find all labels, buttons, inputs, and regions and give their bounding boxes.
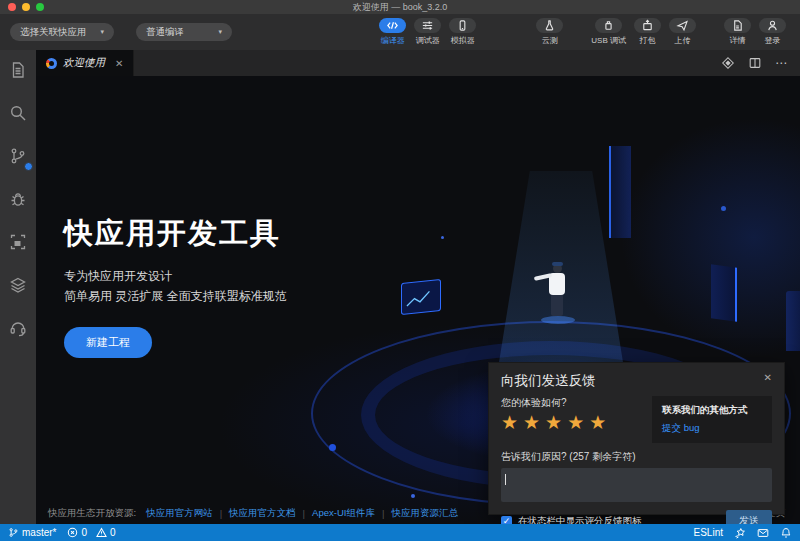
send-button[interactable]: 发送: [726, 510, 772, 524]
screenshot-icon: [8, 232, 28, 252]
star-icon[interactable]: ★: [545, 413, 562, 432]
upload-button[interactable]: 上传: [669, 18, 696, 46]
error-count: 0: [81, 527, 87, 538]
flask-icon: [536, 18, 563, 33]
illus-light-beam: [496, 171, 626, 381]
preview-icon[interactable]: [721, 56, 735, 70]
app-window: 欢迎使用 — book_3.2.0 选择关联快应用 ▾ 普通编译 ▾ 编译器 调…: [0, 0, 800, 541]
text-caret: [505, 474, 506, 485]
mail-icon: [757, 527, 769, 539]
illus-chart-panel: [401, 279, 441, 315]
select-quickapp-dropdown[interactable]: 选择关联快应用 ▾: [10, 23, 114, 41]
warning-count: 0: [110, 527, 116, 538]
separator: |: [382, 508, 384, 519]
usb-icon: [595, 18, 622, 33]
sidebar-item-layers[interactable]: [8, 275, 28, 297]
link-official-site[interactable]: 快应用官方网站: [146, 507, 213, 520]
star-icon[interactable]: ★: [501, 413, 518, 432]
link-resource-collection[interactable]: 快应用资源汇总: [391, 507, 458, 520]
package-icon: [634, 18, 661, 33]
submit-bug-link[interactable]: 提交 bug: [662, 422, 762, 435]
compile-mode-dropdown[interactable]: 普通编译 ▾: [136, 23, 232, 41]
error-icon: [67, 527, 78, 538]
dropdown-label: 普通编译: [146, 26, 184, 39]
mail-button[interactable]: [757, 527, 769, 539]
sidebar-item-debug[interactable]: [8, 189, 28, 211]
illus-dot: [441, 236, 444, 239]
tabbar-actions: ⋯: [721, 56, 800, 70]
action-label: 模拟器: [451, 35, 475, 46]
more-actions-icon[interactable]: ⋯: [775, 56, 788, 70]
debugger-button[interactable]: 调试器: [414, 18, 441, 46]
hero-block: 快应用开发工具 专为快应用开发设计 简单易用 灵活扩展 全面支持联盟标准规范 新…: [64, 214, 287, 358]
sidebar-item-explorer[interactable]: [8, 60, 28, 82]
new-project-button[interactable]: 新建工程: [64, 327, 152, 358]
link-official-docs[interactable]: 快应用官方文档: [229, 507, 296, 520]
star-rating: ★ ★ ★ ★ ★: [501, 413, 644, 432]
separator: |: [220, 508, 222, 519]
close-icon[interactable]: ✕: [764, 372, 772, 383]
illus-slab: [609, 146, 631, 238]
cloud-test-button[interactable]: 云测: [536, 18, 563, 46]
simulator-button[interactable]: 模拟器: [449, 18, 476, 46]
details-button[interactable]: 详情: [724, 18, 751, 46]
star-icon[interactable]: ★: [589, 413, 606, 432]
action-label: 调试器: [416, 35, 440, 46]
close-tab-icon[interactable]: ✕: [115, 58, 123, 69]
scm-badge: [24, 162, 33, 171]
resources-bar: 快应用生态开放资源: 快应用官方网站 | 快应用官方文档 | Apex-UI组件…: [48, 507, 458, 520]
illus-dot: [329, 444, 336, 451]
eslint-status[interactable]: ESLint: [694, 527, 723, 538]
rating-star-icon: [734, 527, 746, 539]
star-icon[interactable]: ★: [523, 413, 540, 432]
split-editor-icon[interactable]: [748, 56, 762, 70]
notifications-button[interactable]: [780, 527, 792, 539]
welcome-page: 快应用开发工具 专为快应用开发设计 简单易用 灵活扩展 全面支持联盟标准规范 新…: [36, 76, 800, 524]
illus-dot: [721, 206, 726, 211]
search-icon: [8, 103, 28, 123]
user-icon: [759, 18, 786, 33]
sidebar-item-source-control[interactable]: [8, 146, 28, 168]
git-branch-status[interactable]: master*: [8, 527, 56, 538]
sidebar-item-preview[interactable]: [8, 232, 28, 254]
chevron-down-icon: ▾: [101, 28, 105, 36]
illus-person: [553, 264, 562, 273]
feedback-rating-button[interactable]: [734, 527, 746, 539]
resources-label: 快应用生态开放资源:: [48, 507, 136, 520]
compiler-button[interactable]: 编译器: [379, 18, 406, 46]
rating-question: 您的体验如何?: [501, 396, 644, 410]
illus-person: [551, 294, 563, 316]
package-button[interactable]: 打包: [634, 18, 661, 46]
checkbox-label: 在状态栏中显示评分反馈图标: [518, 515, 642, 525]
action-label: 详情: [730, 35, 746, 46]
feedback-textarea[interactable]: [501, 468, 772, 502]
illus-person-shadow: [541, 316, 575, 324]
code-icon: [379, 18, 406, 33]
tab-label: 欢迎使用: [63, 56, 105, 70]
editor-area: 欢迎使用 ✕ ⋯ 快应用开发工具: [36, 50, 800, 524]
layers-icon: [8, 275, 28, 295]
action-label: USB 调试: [591, 35, 626, 46]
sidebar-item-search[interactable]: [8, 103, 28, 125]
action-label: 登录: [765, 35, 781, 46]
contact-box: 联系我们的其他方式 提交 bug: [652, 396, 772, 443]
dropdown-label: 选择关联快应用: [20, 26, 87, 39]
bell-icon: [780, 527, 792, 539]
reason-label: 告诉我们原因? (257 剩余字符): [501, 450, 772, 464]
sliders-icon: [414, 18, 441, 33]
tab-welcome[interactable]: 欢迎使用 ✕: [36, 50, 134, 76]
usb-debug-button[interactable]: USB 调试: [591, 18, 626, 46]
star-icon[interactable]: ★: [567, 413, 584, 432]
show-rating-checkbox[interactable]: ✓: [501, 516, 512, 525]
action-label: 编译器: [381, 35, 405, 46]
headset-icon: [8, 318, 28, 338]
sidebar-item-support[interactable]: [8, 318, 28, 340]
problems-status[interactable]: 0 0: [67, 527, 115, 538]
login-button[interactable]: 登录: [759, 18, 786, 46]
status-bar: master* 0 0 ESLint: [0, 524, 800, 541]
action-label: 打包: [640, 35, 656, 46]
link-apex-ui[interactable]: Apex-UI组件库: [312, 507, 375, 520]
eslint-label: ESLint: [694, 527, 723, 538]
bug-icon: [8, 189, 28, 209]
branch-name: master*: [22, 527, 56, 538]
